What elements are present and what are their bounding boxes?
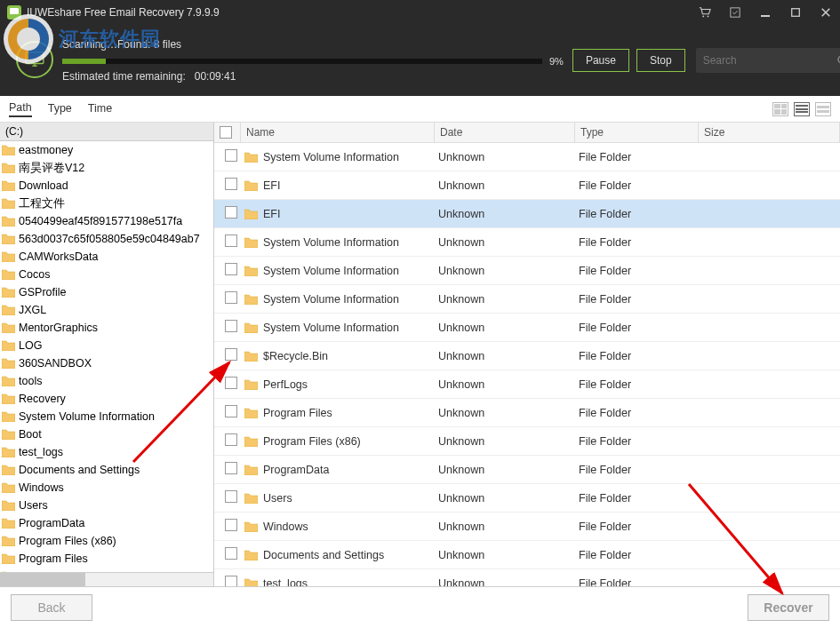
pause-button[interactable]: Pause xyxy=(572,49,629,72)
tab-path[interactable]: Path xyxy=(9,101,32,117)
row-checkbox[interactable] xyxy=(225,462,237,474)
cart-icon[interactable] xyxy=(698,5,712,20)
tree-item[interactable]: Download xyxy=(0,177,213,195)
tree-item[interactable]: Program Files (x86) xyxy=(0,532,213,550)
tree-item[interactable]: Users xyxy=(0,497,213,514)
search-icon[interactable] xyxy=(836,54,840,67)
tree-item[interactable]: 360SANDBOX xyxy=(0,354,213,372)
file-name: System Volume Information xyxy=(263,236,399,249)
file-row[interactable]: System Volume InformationUnknownFile Fol… xyxy=(214,143,840,171)
tree-item-label: 0540499eaf45f891577198e517fa xyxy=(19,215,182,227)
file-date: Unknown xyxy=(438,208,579,220)
row-checkbox[interactable] xyxy=(225,433,237,446)
row-checkbox[interactable] xyxy=(225,519,237,531)
file-row[interactable]: test_logsUnknownFile Folder xyxy=(214,569,840,586)
tree-item[interactable]: Documents and Settings xyxy=(0,461,213,479)
view-grid-icon[interactable] xyxy=(772,102,788,116)
file-row[interactable]: $Recycle.BinUnknownFile Folder xyxy=(214,342,840,370)
file-row[interactable]: Documents and SettingsUnknownFile Folder xyxy=(214,541,840,569)
tree-item[interactable]: CAMWorksData xyxy=(0,248,213,266)
tab-time[interactable]: Time xyxy=(88,102,112,116)
file-row[interactable]: EFIUnknownFile Folder xyxy=(214,171,840,200)
folder-icon xyxy=(244,493,258,504)
close-icon[interactable] xyxy=(819,5,833,20)
file-name: Program Files xyxy=(263,407,332,419)
file-row[interactable]: System Volume InformationUnknownFile Fol… xyxy=(214,285,840,314)
tree-item[interactable]: 工程文件 xyxy=(0,195,213,212)
row-checkbox[interactable] xyxy=(225,263,237,275)
search-box[interactable] xyxy=(696,48,840,73)
folder-icon xyxy=(2,287,15,298)
file-row[interactable]: Program FilesUnknownFile Folder xyxy=(214,399,840,427)
file-type: File Folder xyxy=(579,293,702,306)
row-checkbox[interactable] xyxy=(225,405,237,417)
svg-rect-5 xyxy=(26,52,44,64)
tree-h-scrollbar[interactable] xyxy=(0,572,213,586)
file-date: Unknown xyxy=(438,236,579,249)
maximize-alt-icon[interactable] xyxy=(728,5,742,20)
row-checkbox[interactable] xyxy=(225,490,237,503)
tree-item[interactable]: 563d0037c65f058805e59c04849ab7 xyxy=(0,230,213,248)
file-row[interactable]: UsersUnknownFile Folder xyxy=(214,484,840,513)
tree-item[interactable]: 南昊评卷V12 xyxy=(0,159,213,177)
minimize-icon[interactable] xyxy=(758,5,772,20)
file-row[interactable]: System Volume InformationUnknownFile Fol… xyxy=(214,228,840,257)
file-date: Unknown xyxy=(438,521,579,533)
tree-item[interactable]: System Volume Information xyxy=(0,408,213,425)
tree-item[interactable]: ProgramData xyxy=(0,514,213,532)
column-type[interactable]: Type xyxy=(575,123,699,142)
stop-button[interactable]: Stop xyxy=(636,49,685,72)
row-checkbox[interactable] xyxy=(225,377,237,389)
folder-icon xyxy=(2,429,15,440)
maximize-icon[interactable] xyxy=(788,5,803,20)
row-checkbox[interactable] xyxy=(225,348,237,361)
row-checkbox[interactable] xyxy=(225,178,237,190)
folder-icon xyxy=(2,482,15,493)
tree-item[interactable]: Program Files xyxy=(0,550,213,568)
file-type: File Folder xyxy=(579,464,702,476)
column-size[interactable]: Size xyxy=(699,123,840,142)
back-button[interactable]: Back xyxy=(11,594,92,621)
folder-icon xyxy=(244,322,258,333)
file-row[interactable]: ProgramDataUnknownFile Folder xyxy=(214,456,840,484)
tree-item[interactable]: GSProfile xyxy=(0,283,213,301)
column-name[interactable]: Name xyxy=(241,123,435,142)
file-row[interactable]: EFIUnknownFile Folder xyxy=(214,200,840,228)
file-row[interactable]: System Volume InformationUnknownFile Fol… xyxy=(214,257,840,285)
row-checkbox[interactable] xyxy=(225,235,237,247)
row-checkbox[interactable] xyxy=(225,576,237,586)
tree-item-label: JXGL xyxy=(19,304,46,316)
file-row[interactable]: System Volume InformationUnknownFile Fol… xyxy=(214,314,840,342)
select-all-checkbox[interactable] xyxy=(220,126,232,139)
tree-root[interactable]: (C:) xyxy=(0,123,213,141)
tree-item[interactable]: LOG xyxy=(0,337,213,354)
tree-item[interactable]: MentorGraphics xyxy=(0,319,213,337)
file-row[interactable]: PerfLogsUnknownFile Folder xyxy=(214,370,840,399)
row-checkbox[interactable] xyxy=(225,291,237,304)
file-row[interactable]: WindowsUnknownFile Folder xyxy=(214,513,840,541)
view-thumb-icon[interactable] xyxy=(815,102,831,116)
tree-item[interactable]: JXGL xyxy=(0,301,213,319)
tree-item[interactable]: test_logs xyxy=(0,443,213,461)
tree-item[interactable]: 0540499eaf45f891577198e517fa xyxy=(0,212,213,230)
tree-item-label: 563d0037c65f058805e59c04849ab7 xyxy=(19,233,200,245)
tree-item[interactable]: Recovery xyxy=(0,390,213,408)
tree-item[interactable]: tools xyxy=(0,372,213,390)
view-list-icon[interactable] xyxy=(794,102,810,116)
recover-button[interactable]: Recover xyxy=(748,594,829,621)
tree-item[interactable]: eastmoney xyxy=(0,141,213,159)
search-input[interactable] xyxy=(703,54,836,67)
tree-item[interactable]: Cocos xyxy=(0,266,213,283)
tree-item[interactable]: Boot xyxy=(0,425,213,443)
row-checkbox[interactable] xyxy=(225,206,237,219)
folder-icon xyxy=(244,578,258,587)
app-icon xyxy=(7,5,21,20)
tree-item[interactable]: Windows xyxy=(0,479,213,497)
row-checkbox[interactable] xyxy=(225,547,237,560)
file-date: Unknown xyxy=(438,577,579,587)
file-row[interactable]: Program Files (x86)UnknownFile Folder xyxy=(214,427,840,456)
tab-type[interactable]: Type xyxy=(48,102,72,116)
column-date[interactable]: Date xyxy=(435,123,575,142)
row-checkbox[interactable] xyxy=(225,149,237,162)
row-checkbox[interactable] xyxy=(225,320,237,332)
